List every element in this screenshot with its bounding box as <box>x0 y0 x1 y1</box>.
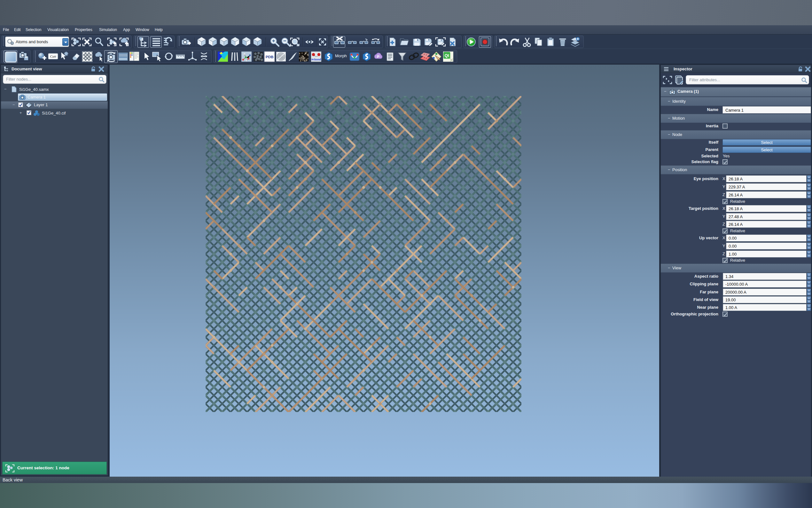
svg-text:PDB: PDB <box>266 55 274 59</box>
svg-text:H-bond: H-bond <box>312 58 321 61</box>
svg-text:Catt: Catt <box>50 54 57 58</box>
svg-text:Qt: Qt <box>445 53 449 58</box>
svg-text:P: P <box>377 55 379 58</box>
